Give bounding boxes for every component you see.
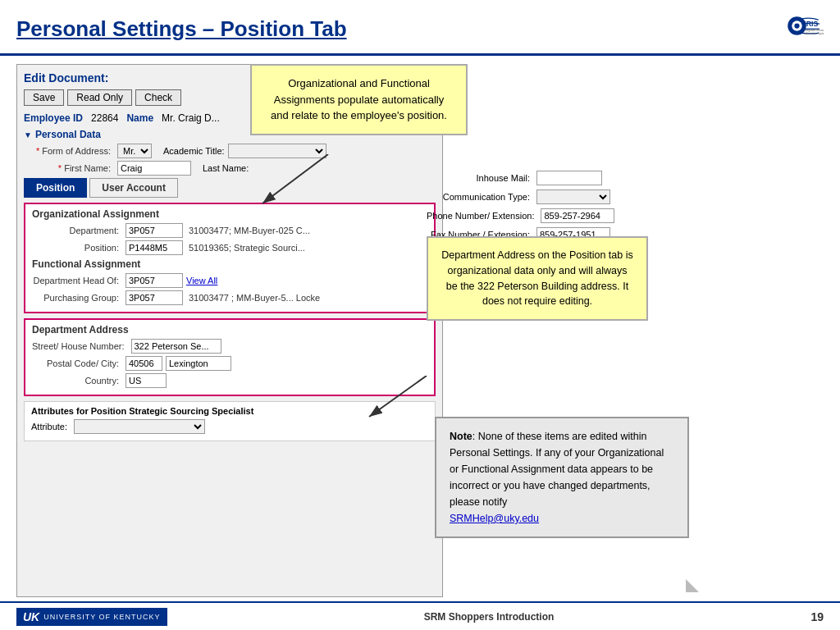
phone-input[interactable]	[541, 208, 614, 223]
employee-id-label: Employee ID	[24, 112, 83, 124]
iris-logo: IRIS Integrated Resource Information Sys…	[783, 8, 824, 49]
note-label: Note	[450, 431, 472, 442]
uk-logo: UK UNIVERSITY OF KENTUCKY	[16, 608, 167, 626]
form-of-address-select[interactable]: Mr.	[117, 144, 152, 158]
street-row: Street/ House Number:	[32, 339, 427, 354]
iris-logo-icon: IRIS Integrated Resource Information Sys…	[783, 8, 824, 49]
position-detail: 51019365; Strategic Sourci...	[186, 242, 308, 253]
purchasing-group-row: Purchasing Group: 31003477 ; MM-Buyer-5.…	[32, 290, 427, 305]
dept-head-label: Department Head Of:	[32, 276, 122, 285]
first-name-label: * First Name:	[24, 163, 114, 173]
page-title: Personal Settings – Position Tab	[16, 16, 347, 42]
position-input[interactable]	[126, 240, 183, 255]
footer-page-number: 19	[810, 610, 824, 623]
callout-dept-address: Department Address on the Position tab i…	[427, 236, 648, 321]
callout1-text: Organizational and Functional Assignment…	[271, 77, 447, 121]
svg-text:Integrated Resource: Integrated Resource	[804, 29, 824, 32]
callout2-text: Department Address on the Position tab i…	[441, 249, 632, 307]
dept-address-title: Department Address	[32, 324, 427, 336]
position-row: Position: 51019365; Strategic Sourci...	[32, 240, 427, 255]
employee-id-value: 22864	[91, 112, 118, 124]
comm-type-label: Communication Type:	[427, 192, 533, 202]
position-tab[interactable]: Position	[24, 178, 87, 198]
phone-label: Phone Number/ Extension:	[427, 211, 537, 221]
department-detail: 31003477; MM-Buyer-025 C...	[186, 225, 313, 236]
page-header: Personal Settings – Position Tab IRIS In…	[0, 0, 840, 56]
srm-help-link[interactable]: SRMHelp@uky.edu	[450, 513, 539, 524]
attribute-label: Attribute:	[31, 422, 67, 431]
street-input[interactable]	[131, 339, 221, 354]
note-text: : None of these items are edited within …	[450, 431, 664, 508]
inhouse-mail-input[interactable]	[536, 171, 602, 185]
postal-row: Postal Code/ City:	[32, 356, 427, 371]
callout2-arrow	[361, 376, 435, 433]
comm-type-row: Communication Type:	[427, 189, 614, 204]
view-all-link[interactable]: View All	[186, 276, 217, 285]
inhouse-mail-row: Inhouse Mail:	[427, 171, 614, 185]
department-label: Department:	[32, 226, 122, 235]
page-footer: UK UNIVERSITY OF KENTUCKY SRM Shoppers I…	[0, 601, 840, 630]
first-name-row: * First Name: Last Name:	[24, 161, 436, 176]
svg-point-2	[794, 23, 799, 28]
page-curl	[686, 579, 699, 592]
department-row: Department: 31003477; MM-Buyer-025 C...	[32, 223, 427, 238]
university-label: UNIVERSITY OF KENTUCKY	[43, 613, 160, 621]
country-input[interactable]	[126, 373, 167, 388]
purchasing-group-label: Purchasing Group:	[32, 293, 122, 303]
attribute-select[interactable]	[74, 419, 205, 434]
position-label: Position:	[32, 243, 122, 253]
right-fields: Inhouse Mail: Communication Type: Phone …	[427, 171, 614, 246]
dept-head-row: Department Head Of: View All	[32, 273, 427, 288]
name-label: Name	[126, 112, 153, 124]
main-content: Edit Document: Save Read Only Check Empl…	[0, 56, 840, 605]
tabs-row: Position User Account	[24, 178, 436, 198]
comm-type-select[interactable]	[536, 189, 610, 204]
country-label: Country:	[32, 376, 122, 386]
purchasing-group-detail: 31003477 ; MM-Buyer-5... Locke	[186, 292, 322, 304]
check-button[interactable]: Check	[135, 89, 181, 106]
svg-text:IRIS: IRIS	[804, 20, 818, 28]
form-of-address-label: * Form of Address:	[24, 146, 114, 156]
city-input[interactable]	[166, 356, 231, 371]
callout1-arrow	[246, 154, 345, 220]
postal-code-input[interactable]	[126, 356, 162, 371]
read-only-button[interactable]: Read Only	[67, 89, 132, 106]
first-name-input[interactable]	[117, 161, 191, 176]
callout-org-assignment: Organizational and Functional Assignment…	[250, 64, 468, 135]
uk-initials: UK	[23, 610, 39, 623]
street-label: Street/ House Number:	[32, 341, 128, 351]
svg-line-9	[369, 376, 427, 417]
note-callout: Note: None of these items are edited wit…	[435, 417, 689, 538]
save-button[interactable]: Save	[24, 89, 64, 106]
postal-code-label: Postal Code/ City:	[32, 358, 122, 368]
academic-title-label: Academic Title:	[163, 146, 225, 156]
svg-line-7	[262, 154, 328, 203]
user-account-tab[interactable]: User Account	[89, 178, 178, 198]
org-assignment-title: Organizational Assignment	[32, 208, 427, 220]
inhouse-mail-label: Inhouse Mail:	[427, 173, 533, 183]
phone-row: Phone Number/ Extension:	[427, 208, 614, 223]
dept-head-input[interactable]	[126, 273, 183, 288]
form-panel: Edit Document: Save Read Only Check Empl…	[16, 64, 443, 597]
collapse-triangle: ▼	[24, 130, 32, 139]
org-assignment-box: Organizational Assignment Department: 31…	[24, 203, 436, 313]
last-name-label: Last Name:	[203, 163, 249, 173]
form-of-address-row: * Form of Address: Mr. Academic Title:	[24, 144, 436, 158]
svg-text:Information System: Information System	[804, 32, 824, 35]
footer-center-text: SRM Shoppers Introduction	[424, 611, 555, 623]
purchasing-group-input[interactable]	[126, 290, 183, 305]
department-input[interactable]	[126, 223, 183, 238]
personal-data-label: Personal Data	[35, 129, 101, 140]
employee-name-value: Mr. Craig D...	[162, 112, 220, 124]
functional-assignment-title: Functional Assignment	[32, 258, 427, 270]
